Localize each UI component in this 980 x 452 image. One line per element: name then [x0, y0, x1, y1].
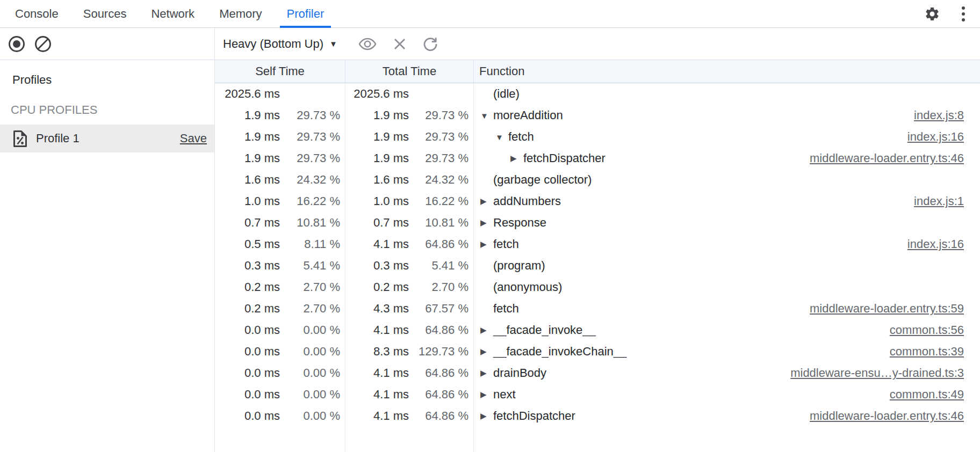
view-mode-dropdown[interactable]: Heavy (Bottom Up) ▼ — [223, 37, 337, 51]
source-link[interactable]: common.ts:56 — [890, 323, 980, 337]
profile-name: Profile 1 — [36, 132, 180, 145]
tab-label: Network — [151, 7, 194, 21]
total-pct-value: 29.73 % — [409, 108, 474, 122]
expand-arrow-icon[interactable]: ▶ — [480, 218, 493, 228]
more-options-kebab-icon[interactable] — [959, 4, 968, 24]
focus-eye-icon[interactable] — [358, 37, 377, 51]
source-link[interactable]: common.ts:39 — [890, 345, 980, 359]
expand-arrow-icon[interactable]: ▶ — [480, 239, 493, 249]
expand-arrow-icon[interactable]: ▶ — [480, 196, 493, 206]
self-ms-value: 0.0 ms — [215, 323, 280, 337]
profile-table-row[interactable]: 0.0 ms 0.00 % 4.1 ms 64.86 % ▶ next comm… — [215, 384, 980, 405]
sidebar-item-profile-1[interactable]: Profile 1 Save — [0, 125, 214, 152]
profile-table-row[interactable]: 0.7 ms 10.81 % 0.7 ms 10.81 % ▶ Response — [215, 212, 980, 234]
source-link[interactable]: index.js:16 — [907, 130, 980, 144]
profile-table-row[interactable]: 1.0 ms 16.22 % 1.0 ms 16.22 % ▶ addNumbe… — [215, 191, 980, 212]
source-link[interactable]: common.ts:49 — [890, 388, 980, 402]
self-pct-value: 8.11 % — [280, 237, 345, 251]
column-divider — [345, 83, 345, 452]
expand-arrow-icon[interactable]: ▼ — [495, 133, 508, 142]
profile-table-row[interactable]: 1.9 ms 29.73 % 1.9 ms 29.73 % ▼ fetch in… — [215, 126, 980, 148]
total-ms-value: 1.9 ms — [345, 151, 409, 165]
source-link[interactable]: index.js:16 — [907, 237, 980, 251]
total-time-cell: 8.3 ms 129.73 % — [345, 341, 474, 362]
total-ms-value: 2025.6 ms — [345, 87, 409, 101]
self-time-cell: 1.9 ms 29.73 % — [215, 105, 345, 126]
profile-table-row[interactable]: 0.3 ms 5.41 % 0.3 ms 5.41 % (program) — [215, 255, 980, 276]
profile-table-row[interactable]: 0.0 ms 0.00 % 4.1 ms 64.86 % ▶ __facade_… — [215, 319, 980, 341]
profile-table-row[interactable]: 0.0 ms 0.00 % 4.1 ms 64.86 % ▶ drainBody… — [215, 362, 980, 384]
function-cell: fetch middleware-loader.entry.ts:59 — [474, 298, 980, 319]
expand-arrow-icon[interactable]: ▶ — [480, 368, 493, 378]
toolbar-icon-group — [358, 36, 438, 52]
total-time-cell: 4.1 ms 64.86 % — [345, 405, 474, 427]
profile-data-grid: Self Time Total Time Function 2025.6 ms … — [215, 60, 980, 452]
tab-sources[interactable]: Sources — [76, 0, 134, 27]
settings-gear-icon[interactable] — [924, 6, 940, 22]
tab-console[interactable]: Console — [8, 0, 66, 27]
total-ms-value: 1.6 ms — [345, 173, 409, 187]
total-ms-value: 4.1 ms — [345, 409, 409, 423]
tab-network[interactable]: Network — [144, 0, 201, 27]
record-icon — [13, 40, 20, 48]
expand-arrow-icon[interactable]: ▶ — [480, 411, 493, 421]
profile-table-row[interactable]: 0.2 ms 2.70 % 0.2 ms 2.70 % (anonymous) — [215, 276, 980, 298]
self-pct-value: 29.73 % — [280, 130, 345, 144]
function-name: next — [493, 388, 516, 402]
profile-table-row[interactable]: 1.9 ms 29.73 % 1.9 ms 29.73 % ▼ moreAddi… — [215, 105, 980, 126]
restore-refresh-icon[interactable] — [422, 36, 438, 52]
panel-tabs: Console Sources Network Memory Profiler — [0, 0, 331, 27]
profile-table-row[interactable]: 0.0 ms 0.00 % 8.3 ms 129.73 % ▶ __facade… — [215, 341, 980, 362]
function-cell: ▶ drainBody middleware-ensu…y-drained.ts… — [474, 362, 980, 384]
self-ms-value: 0.0 ms — [215, 345, 280, 359]
source-link[interactable]: index.js:1 — [914, 194, 980, 208]
function-name: __facade_invoke__ — [493, 323, 596, 337]
source-link[interactable]: middleware-ensu…y-drained.ts:3 — [790, 366, 980, 380]
self-time-cell: 1.6 ms 24.32 % — [215, 169, 345, 191]
source-link[interactable]: index.js:8 — [914, 108, 980, 122]
self-time-cell: 1.0 ms 16.22 % — [215, 191, 345, 212]
self-ms-value: 1.9 ms — [215, 108, 280, 122]
self-time-cell: 0.0 ms 0.00 % — [215, 384, 345, 405]
profile-table-row[interactable]: 2025.6 ms 2025.6 ms (idle) — [215, 83, 980, 105]
expand-arrow-icon[interactable]: ▶ — [480, 390, 493, 399]
profile-table-row[interactable]: 0.0 ms 0.00 % 4.1 ms 64.86 % ▶ fetchDisp… — [215, 405, 980, 427]
total-ms-value: 4.1 ms — [345, 237, 409, 251]
exclude-x-icon[interactable] — [393, 38, 406, 50]
self-ms-value: 0.0 ms — [215, 388, 280, 402]
tab-memory[interactable]: Memory — [212, 0, 269, 27]
tab-profiler[interactable]: Profiler — [280, 0, 332, 27]
column-header-self-time[interactable]: Self Time — [215, 60, 345, 83]
profile-table-row[interactable]: 1.9 ms 29.73 % 1.9 ms 29.73 % ▶ fetchDis… — [215, 148, 980, 169]
source-link[interactable]: middleware-loader.entry.ts:46 — [810, 151, 980, 165]
profile-table-row[interactable]: 0.2 ms 2.70 % 4.3 ms 67.57 % fetch middl… — [215, 298, 980, 319]
expand-arrow-icon[interactable]: ▶ — [480, 325, 493, 335]
total-pct-value: 64.86 % — [409, 366, 474, 380]
clear-profiles-button[interactable] — [35, 36, 51, 52]
expand-arrow-icon[interactable]: ▶ — [480, 347, 493, 356]
profile-table-row[interactable]: 1.6 ms 24.32 % 1.6 ms 24.32 % (garbage c… — [215, 169, 980, 191]
profile-document-icon — [13, 130, 27, 148]
total-ms-value: 4.1 ms — [345, 323, 409, 337]
self-pct-value: 10.81 % — [280, 216, 345, 230]
profile-table-row[interactable]: 0.5 ms 8.11 % 4.1 ms 64.86 % ▶ fetch ind… — [215, 234, 980, 255]
function-name: fetch — [493, 302, 519, 316]
function-name: fetch — [493, 237, 519, 251]
save-profile-link[interactable]: Save — [180, 132, 207, 145]
record-profile-button[interactable] — [9, 36, 25, 52]
column-header-total-time[interactable]: Total Time — [345, 60, 474, 83]
total-pct-value: 2.70 % — [409, 280, 474, 294]
function-cell: ▶ addNumbers index.js:1 — [474, 191, 980, 212]
self-pct-value: 0.00 % — [280, 366, 345, 380]
grid-header: Self Time Total Time Function — [215, 60, 980, 83]
source-link[interactable]: middleware-loader.entry.ts:46 — [810, 409, 980, 423]
profiles-sidebar: Profiles CPU PROFILES Profile 1 Save — [0, 28, 215, 452]
self-ms-value: 2025.6 ms — [215, 87, 280, 101]
expand-arrow-icon[interactable]: ▶ — [510, 154, 523, 163]
total-time-cell: 1.9 ms 29.73 % — [345, 148, 474, 169]
source-link[interactable]: middleware-loader.entry.ts:59 — [810, 302, 980, 316]
column-header-function[interactable]: Function — [474, 60, 980, 83]
expand-arrow-icon[interactable]: ▼ — [480, 111, 493, 120]
total-pct-value: 16.22 % — [409, 194, 474, 208]
self-pct-value: 29.73 % — [280, 108, 345, 122]
